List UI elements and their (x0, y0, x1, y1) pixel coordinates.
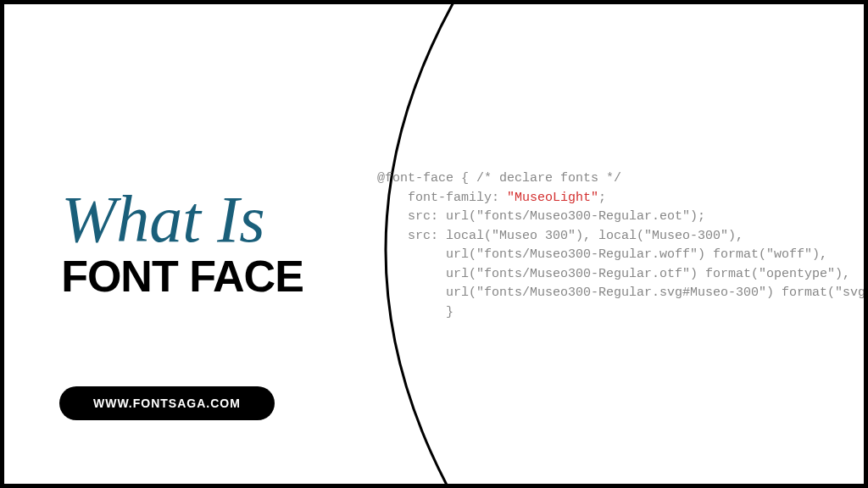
title-bold: FONT FACE (61, 254, 303, 298)
url-badge: WWW.FONTSAGA.COM (59, 386, 275, 420)
code-line-6: url("fonts/Museo300-Regular.otf") format… (377, 265, 868, 285)
title-group: What Is FONT FACE (61, 190, 303, 297)
title-script: What Is (61, 190, 303, 249)
code-line-5: url("fonts/Museo300-Regular.woff") forma… (377, 246, 868, 265)
code-highlight: "MuseoLight" (507, 191, 598, 205)
code-line-1: @font-face { /* declare fonts */ (377, 169, 868, 189)
main-container: What Is FONT FACE WWW.FONTSAGA.COM @font… (0, 0, 868, 488)
code-line-3: src: url("fonts/Museo300-Regular.eot"); (377, 208, 868, 227)
code-line-2: font-family: "MuseoLight"; (377, 189, 868, 208)
code-block: @font-face { /* declare fonts */ font-fa… (377, 169, 868, 322)
code-line-4: src: local("Museo 300"), local("Museo-30… (377, 227, 868, 247)
code-line-7: url("fonts/Museo300-Regular.svg#Museo-30… (377, 284, 868, 303)
code-line-8: } (377, 303, 868, 323)
